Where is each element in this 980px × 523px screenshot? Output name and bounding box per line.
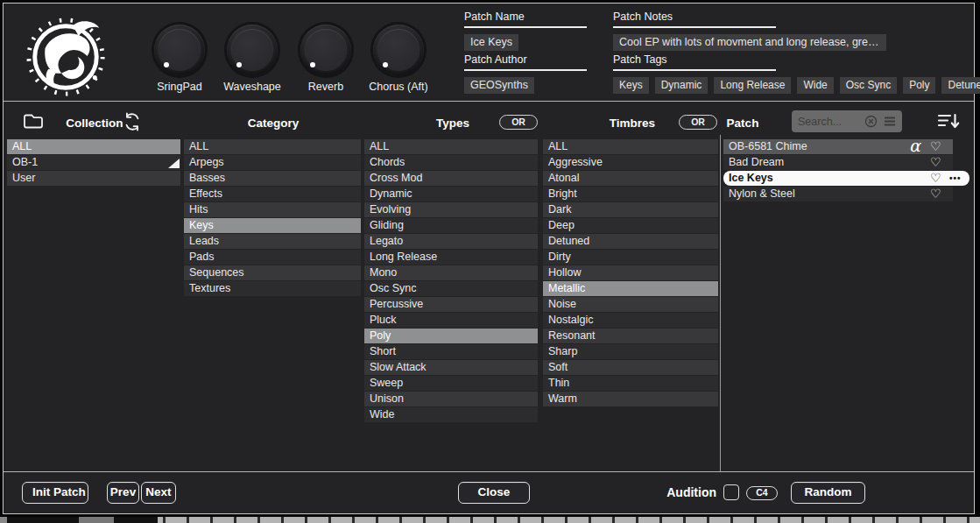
timbre-item[interactable]: Metallic [543,281,718,296]
collection-item[interactable]: ALL [7,139,180,154]
piano-keys-strip [0,517,980,523]
knob-waveshape[interactable] [227,25,278,75]
patch-name-value[interactable]: Ice Keys [464,34,518,51]
patch-item[interactable]: Bad Dream♡ [723,155,953,170]
audition-checkbox[interactable] [723,484,739,500]
type-item[interactable]: Cross Mod [364,171,538,186]
patch-item[interactable]: OB-6581 Chimeα♡ [723,139,953,154]
type-item[interactable]: Unison [364,392,538,406]
type-item[interactable]: Evolving [364,202,538,217]
timbre-item[interactable]: Soft [543,360,718,375]
type-item[interactable]: Mono [364,265,538,280]
type-item[interactable]: Poly [364,329,538,343]
type-item[interactable]: Sweep [364,376,538,391]
knob-sringpad[interactable] [154,25,205,75]
alpha-badge-icon: α [909,137,920,154]
patch-tag: Poly [903,77,935,94]
timbre-item[interactable]: Dark [543,202,718,217]
category-item[interactable]: Arpegs [184,155,361,170]
patch-list-divider [720,135,721,471]
knob-indicator-dot [164,62,169,67]
collection-item[interactable]: OB-1 [7,155,180,170]
category-list: ALLArpegsBassesEffectsHitsKeysLeadsPadsS… [184,139,361,297]
search-menu-icon[interactable] [884,116,896,127]
patch-name-text: Ice Keys [729,172,773,184]
clear-search-icon[interactable] [864,115,878,128]
category-item[interactable]: ALL [184,139,361,154]
favorite-heart-icon[interactable]: ♡ [930,171,941,186]
favorite-heart-icon[interactable]: ♡ [930,139,941,154]
timbre-item[interactable]: Deep [543,218,718,233]
category-item[interactable]: Textures [184,281,361,296]
timbres-column-header: Timbres [589,117,676,130]
init-patch-button[interactable]: Init Patch [22,482,88,504]
patch-tags-label: Patch Tags [613,53,776,71]
category-item[interactable]: Leads [184,234,361,249]
patch-name-field: Patch Name Ice Keys [464,11,604,51]
type-item[interactable]: Short [364,344,538,359]
category-item[interactable]: Basses [184,171,361,186]
timbre-item[interactable]: Atonal [543,171,718,186]
timbre-item[interactable]: Dirty [543,250,718,265]
piano-keys-strip-left [0,517,158,523]
category-item[interactable]: Pads [184,250,361,265]
category-item[interactable]: Sequences [184,265,361,280]
patch-browser-panel: SringPad Waveshape Reverb Chorus (Aft) P… [3,3,975,514]
expand-triangle-icon[interactable] [168,159,180,168]
timbre-item[interactable]: Hollow [543,265,718,280]
folder-icon[interactable] [23,112,44,132]
timbre-item[interactable]: Warm [543,392,718,406]
next-button[interactable]: Next [141,482,176,504]
patch-item[interactable]: Nylon & Steel♡ [723,187,953,201]
knob-indicator-dot [310,62,315,67]
knob-chorus[interactable] [373,25,424,75]
random-button[interactable]: Random [791,482,865,504]
type-item[interactable]: Dynamic [364,187,538,201]
type-item[interactable]: Long Release [364,250,538,265]
favorite-heart-icon[interactable]: ♡ [930,155,941,170]
timbre-item[interactable]: Sharp [543,344,718,359]
patch-notes-field: Patch Notes Cool EP with lots of movment… [613,11,972,54]
knob-label: Chorus (Aft) [346,81,451,93]
close-button[interactable]: Close [458,482,530,504]
timbre-item[interactable]: ALL [543,139,718,154]
types-or-toggle[interactable]: OR [499,115,538,130]
category-item[interactable]: Hits [184,202,361,217]
category-column-header: Category [221,117,326,130]
type-item[interactable]: Slow Attack [364,360,538,375]
timbre-item[interactable]: Nostalgic [543,313,718,328]
footer-divider [4,471,974,472]
geosynths-logo-graphic [21,12,110,98]
collection-item[interactable]: User [7,171,180,186]
timbre-item[interactable]: Resonant [543,329,718,343]
patch-author-value[interactable]: GEOSynths [464,77,534,94]
type-item[interactable]: Gliding [364,218,538,233]
timbre-item[interactable]: Bright [543,187,718,201]
type-item[interactable]: Legato [364,234,538,249]
patch-author-label: Patch Author [464,53,587,71]
patch-menu-icon[interactable]: ••• [949,171,962,186]
prev-button[interactable]: Prev [107,482,139,504]
patch-name-text: Bad Dream [729,156,784,168]
favorite-heart-icon[interactable]: ♡ [930,187,941,201]
timbre-item[interactable]: Aggressive [543,155,718,170]
search-input[interactable] [798,110,868,132]
category-item[interactable]: Effects [184,187,361,201]
patch-item[interactable]: Ice Keys♡••• [723,171,969,186]
type-item[interactable]: Pluck [364,313,538,328]
type-item[interactable]: Osc Sync [364,281,538,296]
timbre-item[interactable]: Noise [543,297,718,312]
audition-note-button[interactable]: C4 [746,486,778,500]
type-item[interactable]: Wide [364,407,538,422]
patch-notes-value[interactable]: Cool EP with lots of movment and long re… [613,34,886,51]
refresh-icon[interactable] [123,112,142,135]
timbres-list: ALLAggressiveAtonalBrightDarkDeepDetuned… [543,139,718,407]
timbre-item[interactable]: Detuned [543,234,718,249]
type-item[interactable]: Percussive [364,297,538,312]
sort-icon[interactable] [937,113,960,133]
category-item[interactable]: Keys [184,218,361,233]
type-item[interactable]: Chords [364,155,538,170]
type-item[interactable]: ALL [364,139,538,154]
timbre-item[interactable]: Thin [543,376,718,391]
knob-reverb[interactable] [300,25,351,75]
